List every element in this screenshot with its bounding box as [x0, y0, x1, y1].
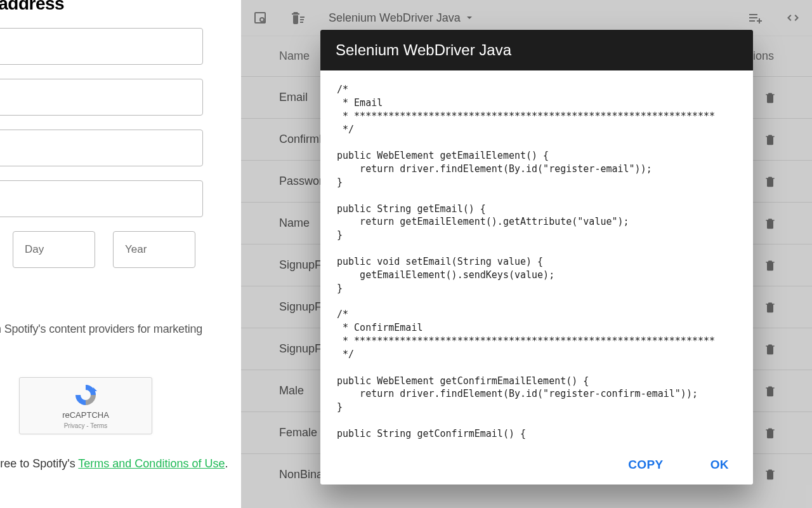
svg-marker-0	[93, 387, 97, 391]
terms-prefix: By clicking on Sign up, you agree to Spo…	[0, 457, 78, 470]
code-export-dialog: Selenium WebDriver Java /* * Email * ***…	[320, 30, 753, 485]
ok-button[interactable]: OK	[710, 458, 729, 472]
dob-day-field[interactable]	[13, 231, 95, 268]
signup-form: What's your email address Non-binary Sha…	[0, 0, 241, 483]
terms-line: By clicking on Sign up, you agree to Spo…	[0, 457, 228, 471]
copy-button[interactable]: COPY	[628, 458, 663, 472]
confirm-email-field[interactable]	[0, 79, 203, 116]
terms-link[interactable]: Terms and Conditions of Use	[78, 457, 225, 470]
dialog-footer: COPY OK	[320, 449, 753, 485]
name-field[interactable]	[0, 180, 203, 217]
recaptcha-privacy-terms: Privacy - Terms	[64, 422, 108, 429]
password-field[interactable]	[0, 130, 203, 166]
recaptcha-label: reCAPTCHA	[62, 410, 109, 420]
dialog-body: /* * Email * ***************************…	[320, 70, 753, 449]
recaptcha-widget[interactable]: reCAPTCHA Privacy - Terms	[19, 377, 152, 434]
dob-year-field[interactable]	[113, 231, 195, 268]
dialog-title: Selenium WebDriver Java	[320, 30, 753, 70]
marketing-consent-text: Share my registration data with Spotify'…	[0, 323, 228, 349]
nonbinary-label: Non-binary	[0, 290, 228, 305]
form-heading: What's your email address	[0, 0, 228, 14]
email-field[interactable]	[0, 28, 203, 65]
exported-code[interactable]: /* * Email * ***************************…	[337, 83, 737, 441]
recaptcha-icon	[73, 382, 98, 408]
dob-row	[13, 231, 228, 268]
